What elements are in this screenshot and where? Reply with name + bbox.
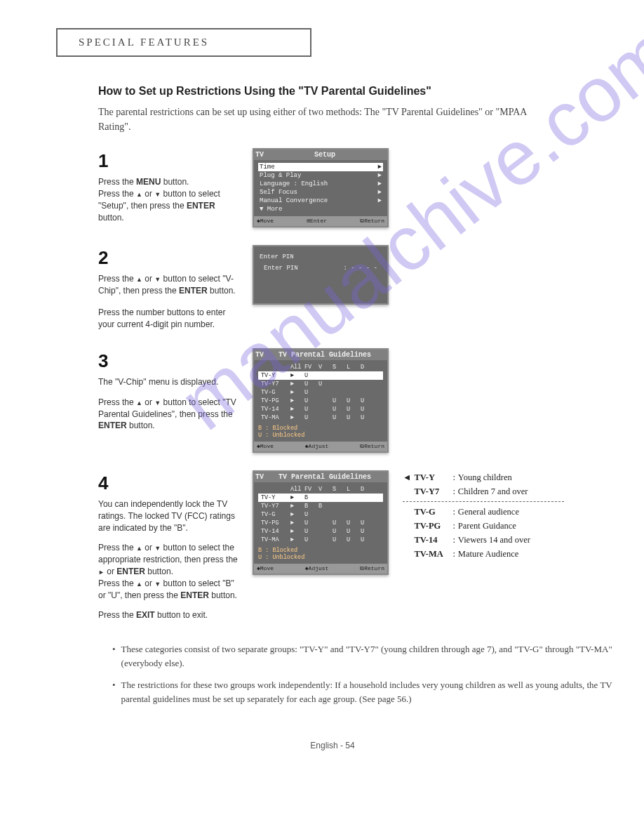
up-arrow-icon (136, 191, 142, 198)
r: ► (378, 189, 382, 196)
step-3-number: 3 (98, 348, 239, 373)
step-2-text: 2 Press the or button to select "V-Chip"… (98, 245, 239, 331)
ld: Children 7 and over (458, 484, 528, 498)
r: TV-Y (261, 494, 286, 501)
down-arrow-icon (154, 399, 161, 406)
t: Press the (98, 177, 136, 187)
r: Self Focus (260, 189, 297, 196)
c: U (304, 414, 314, 421)
t: or (142, 189, 154, 199)
step-2: 2 Press the or button to select "V-Chip"… (98, 245, 609, 331)
r: ► (378, 164, 382, 171)
pin-title: Enter PIN (260, 253, 382, 260)
c: L (347, 364, 356, 371)
t: or (142, 543, 154, 552)
t: button. (161, 177, 189, 187)
t: button. (145, 567, 173, 576)
blocked-legend: B : Blocked (258, 547, 383, 554)
pin-value: : - - - - (343, 265, 377, 272)
c: U (304, 519, 314, 527)
t: Press the (98, 189, 136, 199)
tv-label: TV (255, 151, 264, 159)
c: D (361, 486, 370, 493)
f: ⧉Return (360, 218, 384, 225)
lc: TV-PG (414, 519, 452, 533)
c (318, 536, 328, 543)
r: ► (378, 172, 382, 179)
lc: TV-14 (414, 533, 452, 547)
r: TV-MA (261, 414, 286, 421)
t: You can independently lock the TV rating… (98, 498, 239, 534)
r: Plug & Play (260, 172, 301, 179)
c (318, 519, 328, 527)
r: TV-G (261, 511, 286, 518)
c: ► (290, 389, 300, 396)
table-header: AllFVVSLD (258, 363, 383, 371)
c: U (304, 372, 314, 379)
c: U (333, 519, 342, 527)
c: B (304, 503, 314, 510)
ss-footer: ◆Move ◆Adjust ⧉Return (254, 442, 387, 451)
r: TV-Y (261, 372, 286, 379)
unblocked-legend: U : Unblocked (258, 432, 383, 439)
t: button. (209, 590, 237, 600)
c: U (304, 528, 314, 535)
legend-marker-icon: ◄ (403, 470, 411, 484)
step-4: 4 You can independently lock the TV rati… (98, 470, 609, 622)
table-row: TV-MA►UUUU (258, 413, 383, 422)
section-header: SPECIAL FEATURES (56, 28, 311, 57)
c: U (347, 406, 356, 413)
c: ► (290, 397, 300, 404)
bullet-item: •These categories consist of two separat… (112, 642, 617, 670)
exit-label: EXIT (136, 610, 155, 620)
c (318, 406, 328, 413)
lc: TV-Y (414, 470, 452, 484)
table-row: TV-14►UUUU (258, 405, 383, 413)
blocked-legend: B : Blocked (258, 425, 383, 432)
c: All (290, 486, 300, 493)
t: Press the (98, 578, 136, 588)
table-row: TV-14►UUUU (258, 527, 383, 536)
c: U (333, 397, 342, 404)
c: ► (290, 528, 300, 535)
r: Time (260, 164, 275, 171)
c: U (347, 519, 356, 527)
c: ► (290, 494, 300, 501)
c: U (361, 406, 370, 413)
c: V (318, 486, 328, 493)
r: TV-PG (261, 519, 286, 527)
t: or (142, 274, 154, 284)
c: U (347, 397, 356, 404)
c: U (347, 414, 356, 421)
r: TV-14 (261, 528, 286, 535)
c: U (361, 536, 370, 543)
step-4-text: 4 You can independently lock the TV rati… (98, 470, 239, 622)
ss-body: Time► Plug & Play► Language : English► S… (254, 160, 387, 216)
f: ⧉Return (360, 565, 384, 572)
up-arrow-icon (136, 399, 142, 406)
ss-title: Setup (314, 151, 335, 159)
t: or (142, 397, 154, 407)
ld: Parent Guidance (458, 519, 516, 533)
c: U (347, 528, 356, 535)
table-row: TV-G►U (258, 388, 383, 397)
f: ◆Move (257, 565, 274, 572)
intro-paragraph: The parental restrictions can be set up … (98, 105, 533, 134)
up-arrow-icon (136, 276, 142, 283)
lc: TV-G (414, 505, 452, 519)
t: or (142, 578, 154, 588)
c: U (347, 536, 356, 543)
screenshot-guidelines-4: TVTV Parental Guidelines AllFVVSLD TV-Y►… (253, 470, 389, 575)
step-2-number: 2 (98, 245, 239, 270)
screenshot-guidelines-3: TVTV Parental Guidelines AllFVVSLD TV-Y►… (253, 348, 389, 453)
enter-label: ENTER (98, 421, 127, 430)
ss-title: TV Parental Guidelines (279, 473, 371, 481)
c: All (290, 364, 300, 371)
ratings-legend: ◄TV-Y:Young children ◄TV-Y7:Children 7 a… (403, 470, 564, 561)
down-arrow-icon (154, 581, 161, 588)
r: Manual Convergence (260, 197, 328, 204)
c: ► (290, 503, 300, 510)
down-arrow-icon (154, 545, 161, 552)
footnotes: •These categories consist of two separat… (112, 642, 617, 706)
page-title: How to Set up Restrictions Using the "TV… (98, 85, 609, 98)
